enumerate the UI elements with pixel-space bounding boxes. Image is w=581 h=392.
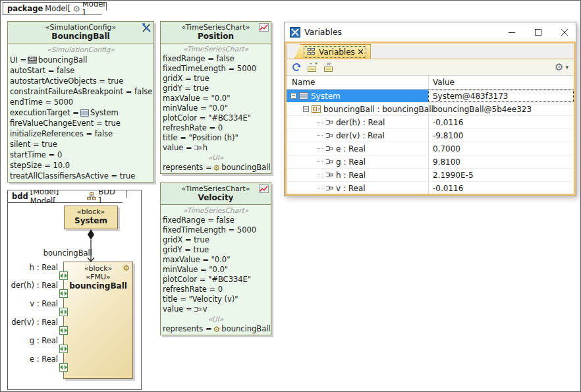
gear-icon: ⚙ (123, 264, 130, 272)
bdd-diagram-icon (87, 192, 96, 200)
gui-icon: GUI (28, 57, 37, 64)
bdd-keyword: bdd (12, 192, 28, 201)
row-value: -9.8100 (428, 129, 574, 142)
ui-section-stereotype: «UI» (161, 153, 271, 163)
composition-diamond-icon (88, 229, 94, 240)
property-line: maxValue = "0.0" (161, 255, 271, 265)
diagram-canvas[interactable]: package Model[ ⚙ Model ] «SimulationConf… (0, 0, 581, 392)
value-port-icon (194, 306, 202, 312)
value-property-icon (325, 185, 333, 191)
property-line: constraintFailureAsBreakpoint = false (8, 86, 153, 97)
property-line: autoStart = false (8, 65, 153, 76)
expander-icon[interactable] (290, 93, 296, 99)
position-name: Position (161, 32, 271, 41)
port-label: der(h) : Real (8, 281, 58, 290)
variables-toolbar: ⚙ ▾ (287, 59, 574, 76)
property-line-ui: UI = GUI bouncingBall (8, 55, 153, 65)
property-line-execution-target: executionTarget = System (8, 107, 153, 118)
table-row[interactable]: ? bouncingBall : bouncingBall bouncingBa… (287, 103, 574, 116)
property-line: autostartActiveObjects = true (8, 76, 153, 86)
velocity-name: Velocity (161, 193, 271, 202)
row-value: bouncingBall@5b4ee323 (428, 103, 574, 115)
port-icon[interactable] (59, 345, 68, 353)
variables-panel: Variables (285, 42, 576, 196)
variables-table[interactable]: Name Value System (287, 76, 574, 194)
row-name: bouncingBall : bouncingBall (323, 105, 433, 114)
variables-window[interactable]: Variables (284, 22, 576, 196)
property-line: maxValue = "0.0" (161, 94, 271, 103)
simulation-config-box[interactable]: «SimulationConfig» BouncingBall «Simulat… (7, 21, 154, 182)
property-line: fixedRange = false (161, 215, 271, 225)
dropdown-caret-icon[interactable]: ▾ (565, 64, 568, 70)
composition-edge[interactable] (86, 229, 99, 264)
row-value: -0.0116 (428, 116, 574, 128)
fmu-stereotype-fmu: «FMU» (64, 273, 132, 281)
port-icon[interactable] (59, 271, 68, 280)
table-row[interactable]: System System@483f3173 (287, 90, 574, 103)
port-icon[interactable] (59, 326, 68, 335)
sim-config-name: BouncingBall (8, 32, 153, 41)
row-name: System (311, 92, 341, 101)
property-line: treatAllClassifiersAsActive = true (8, 171, 153, 181)
row-name: h : Real (336, 171, 366, 180)
property-line: initializeReferences = false (8, 128, 153, 139)
block-instance-icon (80, 109, 89, 117)
table-row[interactable]: h : Real 2.1990E-5 (287, 169, 574, 182)
system-block[interactable]: «block» System (64, 206, 118, 229)
refresh-icon[interactable] (292, 63, 301, 72)
property-line: title = "Velocity (v)" (161, 294, 271, 304)
minimize-button[interactable] (501, 22, 523, 42)
ui-section-stereotype: «UI» (161, 314, 271, 324)
edge-role-label: bouncingBall (20, 248, 92, 258)
close-button[interactable] (553, 22, 576, 42)
port-icon[interactable] (59, 363, 68, 372)
row-value: -0.0116 (428, 182, 574, 194)
collapse-value-icon[interactable] (323, 63, 334, 72)
bdd-diagram-name: BDD ] (98, 187, 120, 206)
velocity-section-stereotype: «TimeSeriesChart» (161, 206, 271, 215)
row-value: System@483f3173 (428, 90, 574, 102)
position-chart-box[interactable]: «TimeSeriesChart» Position «TimeSeriesCh… (160, 21, 271, 174)
tab-close-icon[interactable] (358, 49, 363, 54)
bdd-frame-tab[interactable]: bdd [Model] Model[ BDD ] (7, 190, 127, 203)
position-section-stereotype: «TimeSeriesChart» (161, 44, 271, 54)
property-line: stepSize = 10.0 (8, 160, 153, 171)
variables-tab[interactable]: Variables (294, 44, 371, 59)
expander-icon[interactable] (303, 106, 309, 112)
property-line: plotColor = "#BC334E" (161, 275, 271, 285)
package-frame-tab[interactable]: package Model[ ⚙ Model ] (3, 2, 107, 15)
maximize-button[interactable] (527, 22, 549, 42)
port-icon[interactable] (59, 289, 68, 298)
table-row[interactable]: der(h) : Real -0.0116 (287, 116, 574, 129)
bouncingball-block[interactable]: ⚙ «block» «FMU» bouncingBall (63, 262, 133, 379)
value-property-icon (325, 159, 333, 165)
bdd-frame[interactable]: bdd [Model] Model[ BDD ] «block» System (7, 190, 142, 390)
table-row[interactable]: v : Real -0.0116 (287, 182, 574, 194)
sim-section-stereotype: «SimulationConfig» (8, 44, 153, 55)
settings-gear-icon[interactable]: ⚙ (555, 63, 563, 72)
table-row[interactable]: g : Real 9.8100 (287, 155, 574, 169)
property-line: startTime = 0 (8, 150, 153, 160)
expand-value-icon[interactable] (307, 63, 318, 72)
port-label: der(v) : Real (8, 318, 58, 327)
table-header-row: Name Value (287, 76, 574, 90)
property-line: title = "Position (h)" (161, 133, 271, 143)
port-icon[interactable] (59, 308, 68, 316)
table-row[interactable]: der(v) : Real -9.8100 (287, 129, 574, 142)
row-name: der(h) : Real (336, 118, 385, 127)
block-icon (299, 92, 308, 99)
value-port-icon (194, 145, 202, 151)
bdd-context: [Model] Model[ (30, 187, 86, 206)
column-header-name[interactable]: Name (287, 76, 428, 89)
value-property-icon (325, 132, 333, 138)
property-line: fixedRange = false (161, 54, 271, 64)
frame-keyword: package (7, 4, 43, 13)
frame-context: Model[ (45, 4, 70, 13)
position-stereotype: «TimeSeriesChart» (161, 23, 271, 32)
property-line: minValue = "0.0" (161, 103, 271, 113)
column-header-value[interactable]: Value (428, 76, 574, 89)
table-row[interactable]: e : Real 0.7000 (287, 142, 574, 155)
window-title-bar[interactable]: Variables (285, 22, 576, 42)
property-line-represents: represents = ⚙ bouncingBall (161, 163, 271, 173)
velocity-chart-box[interactable]: «TimeSeriesChart» Velocity «TimeSeriesCh… (160, 182, 271, 335)
